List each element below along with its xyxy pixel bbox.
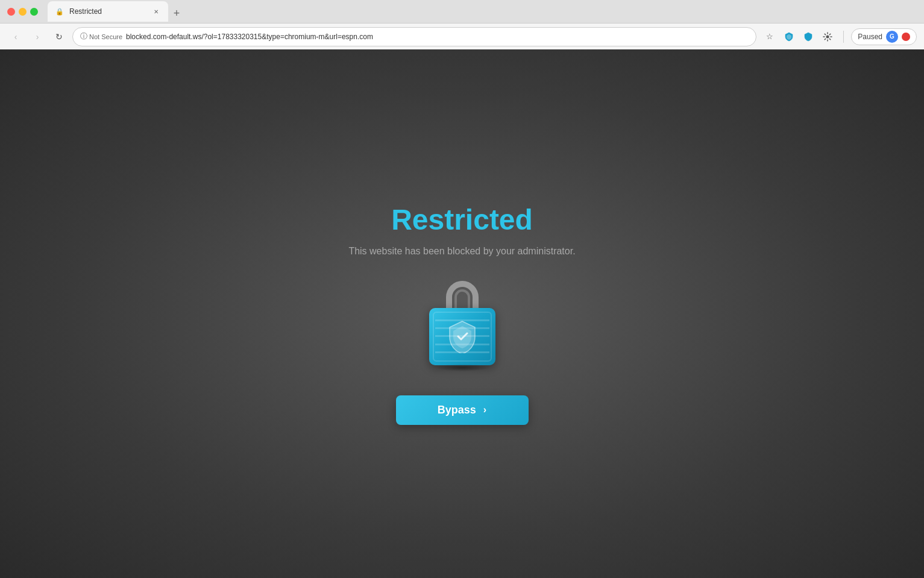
browser-chrome: 🔒 Restricted ✕ + ‹ › ↻ ⓘ Not Secure bloc… — [0, 0, 924, 49]
title-bar: 🔒 Restricted ✕ + — [0, 0, 924, 23]
close-window-button[interactable] — [7, 8, 15, 16]
back-icon: ‹ — [14, 32, 17, 42]
lock-body — [429, 308, 495, 365]
forward-icon: › — [36, 32, 39, 42]
info-icon: ⓘ — [80, 31, 87, 42]
window-controls — [7, 8, 38, 16]
lock-shield-icon — [447, 320, 477, 353]
page-title: Restricted — [391, 203, 533, 236]
tab-favicon-icon: 🔒 — [55, 7, 64, 16]
shield-icon-2 — [803, 32, 813, 42]
blocked-message: This website has been blocked by your ad… — [348, 246, 575, 257]
url-bar[interactable]: ⓘ Not Secure blocked.com-default.ws/?ol=… — [72, 27, 756, 46]
url-path: /?ol=17833320315&type=chromium-m&url=esp… — [201, 33, 373, 41]
divider — [843, 31, 844, 43]
paused-label: Paused — [858, 33, 882, 41]
user-avatar: G — [886, 31, 898, 43]
back-button[interactable]: ‹ — [7, 28, 24, 45]
address-bar: ‹ › ↻ ⓘ Not Secure blocked.com-default.w… — [0, 23, 924, 49]
settings-button[interactable] — [819, 28, 836, 45]
notification-dot — [902, 33, 910, 41]
bypass-arrow-icon: › — [483, 404, 486, 415]
toolbar-icons: ☆ — [761, 28, 836, 45]
bookmark-button[interactable]: ☆ — [761, 28, 778, 45]
active-tab[interactable]: 🔒 Restricted ✕ — [48, 1, 168, 22]
paused-badge[interactable]: Paused G — [851, 28, 917, 45]
bypass-button[interactable]: Bypass › — [396, 395, 529, 425]
svg-point-0 — [826, 35, 829, 38]
bypass-label: Bypass — [438, 404, 476, 416]
vpn-shield-button-1[interactable] — [781, 28, 797, 45]
page-content: Restricted This website has been blocked… — [0, 49, 924, 578]
shield-icon-1 — [784, 32, 794, 42]
not-secure-label: Not Secure — [89, 33, 122, 40]
refresh-button[interactable]: ↻ — [51, 28, 68, 45]
url-text: blocked.com-default.ws/?ol=17833320315&t… — [126, 33, 749, 41]
tab-title: Restricted — [69, 7, 146, 16]
vpn-shield-button-2[interactable] — [800, 28, 817, 45]
bookmark-icon: ☆ — [766, 32, 773, 41]
close-tab-button[interactable]: ✕ — [151, 7, 161, 16]
gear-icon — [823, 32, 832, 42]
new-tab-button[interactable]: + — [168, 5, 185, 22]
maximize-window-button[interactable] — [30, 8, 38, 16]
tab-bar: 🔒 Restricted ✕ + — [43, 1, 190, 22]
not-secure-badge: ⓘ Not Secure — [80, 31, 122, 42]
lock-shadow — [435, 364, 489, 371]
minimize-window-button[interactable] — [19, 8, 27, 16]
refresh-icon: ↻ — [55, 32, 63, 42]
url-domain: blocked.com-default.ws — [126, 33, 201, 41]
forward-button[interactable]: › — [29, 28, 46, 45]
lock-icon — [423, 281, 501, 371]
